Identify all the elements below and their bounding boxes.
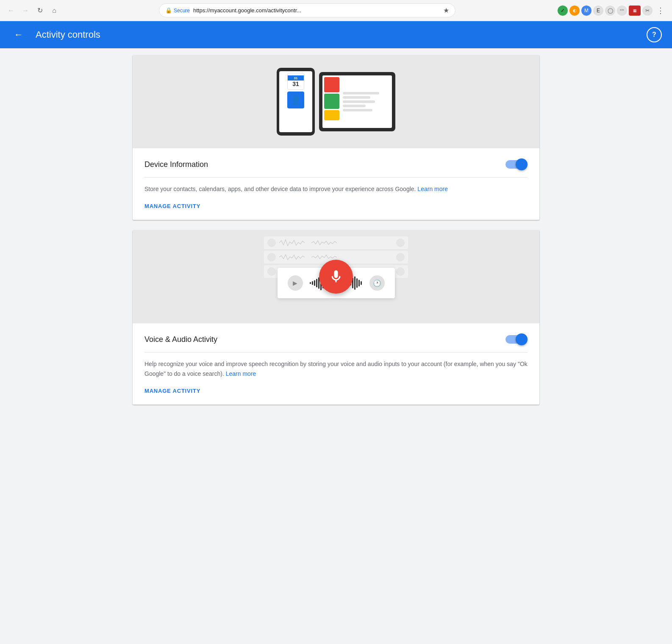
tablet-line-2 xyxy=(343,96,370,99)
voice-card-content: Voice & Audio Activity Help recognize yo… xyxy=(133,323,539,405)
device-card-title: Device Information xyxy=(144,160,208,169)
voice-toggle[interactable] xyxy=(505,333,528,345)
tablet-line-3 xyxy=(343,100,375,103)
tablet-screen xyxy=(322,75,392,128)
nav-buttons: ← → ↻ ⌂ xyxy=(5,5,60,17)
tablet-line-1 xyxy=(343,92,379,94)
ext-icon-8[interactable]: ✂ xyxy=(642,6,653,16)
svg-rect-22 xyxy=(356,278,358,288)
device-illustration: 31 31 👤 xyxy=(277,68,395,136)
tablet-app-green xyxy=(324,94,339,109)
bg-waveform-3 xyxy=(279,253,305,261)
app-header: ← Activity controls ? xyxy=(0,21,672,48)
phone-mockup: 31 31 👤 xyxy=(277,68,315,136)
svg-rect-23 xyxy=(358,280,360,287)
bg-waveform-1 xyxy=(279,239,305,247)
device-toggle[interactable] xyxy=(505,158,528,170)
phone-app-row: 31 31 xyxy=(281,73,311,90)
device-divider xyxy=(144,177,528,178)
bookmark-button[interactable]: ★ xyxy=(443,6,449,14)
device-illustration-container: 31 31 👤 xyxy=(133,55,539,148)
device-learn-more[interactable]: Learn more xyxy=(417,186,448,192)
microphone-icon xyxy=(328,269,344,284)
back-button[interactable]: ← xyxy=(5,5,17,17)
ext-icon-7[interactable]: ▦ xyxy=(629,6,641,16)
voice-learn-more[interactable]: Learn more xyxy=(226,370,256,377)
device-manage-activity-button[interactable]: MANAGE ACTIVITY xyxy=(144,203,200,209)
ext-icon-1[interactable]: ✓ xyxy=(558,6,568,16)
voice-audio-card: ▶ 🕐 Voice & Audio xyxy=(133,230,539,405)
voice-manage-activity-button[interactable]: MANAGE ACTIVITY xyxy=(144,388,200,394)
svg-rect-0 xyxy=(310,282,311,284)
svg-rect-21 xyxy=(354,277,355,290)
voice-description: Help recognize your voice and improve sp… xyxy=(144,359,528,378)
person-icon: 👤 xyxy=(287,92,304,108)
device-information-card: 31 31 👤 xyxy=(133,55,539,220)
tablet-app-yellow xyxy=(324,110,339,120)
home-button[interactable]: ⌂ xyxy=(48,5,60,17)
svg-rect-1 xyxy=(312,281,313,285)
ext-icon-2[interactable]: ◐ xyxy=(569,6,580,16)
play-button-icon: ▶ xyxy=(288,275,303,291)
tablet-line-4 xyxy=(343,105,366,107)
url-text: https://myaccount.google.com/activitycon… xyxy=(193,7,440,14)
voice-toggle-thumb xyxy=(516,333,528,345)
svg-rect-3 xyxy=(316,279,317,287)
page-title: Activity controls xyxy=(36,29,100,40)
secure-badge: 🔒 Secure xyxy=(165,7,190,14)
voice-illustration-container: ▶ 🕐 xyxy=(133,230,539,323)
svg-rect-24 xyxy=(361,281,362,285)
help-button[interactable]: ? xyxy=(647,27,662,42)
main-content: 31 31 👤 xyxy=(0,48,672,422)
address-bar[interactable]: 🔒 Secure https://myaccount.google.com/ac… xyxy=(159,3,455,17)
tablet-apps xyxy=(324,77,339,126)
browser-toolbar: ← → ↻ ⌂ 🔒 Secure https://myaccount.googl… xyxy=(0,0,672,21)
bg-waveform-2 xyxy=(311,239,337,247)
browser-extensions: ✓ ◐ M E ◯ *** ▦ ✂ ⋮ xyxy=(558,4,667,17)
lock-icon: 🔒 xyxy=(165,7,172,14)
tablet-line-5 xyxy=(343,109,372,111)
browser-chrome: ← → ↻ ⌂ 🔒 Secure https://myaccount.googl… xyxy=(0,0,672,21)
forward-button[interactable]: → xyxy=(19,5,31,17)
ext-icon-3[interactable]: M xyxy=(581,6,591,16)
refresh-button[interactable]: ↻ xyxy=(34,5,46,17)
phone-person-row: 👤 xyxy=(281,92,311,108)
clock-icon: 🕐 xyxy=(369,275,385,291)
calendar-icon: 31 31 xyxy=(287,73,304,90)
voice-header-row: Voice & Audio Activity xyxy=(144,333,528,345)
microphone-fab xyxy=(319,260,353,294)
browser-menu-button[interactable]: ⋮ xyxy=(654,4,667,17)
secure-label: Secure xyxy=(174,8,190,14)
tablet-mockup xyxy=(319,72,395,131)
voice-illustration: ▶ 🕐 xyxy=(133,230,539,323)
ext-icon-4[interactable]: E xyxy=(593,6,603,16)
ext-icon-6[interactable]: *** xyxy=(617,6,627,16)
device-toggle-thumb xyxy=(516,158,528,170)
tablet-content xyxy=(341,77,390,126)
svg-rect-2 xyxy=(314,280,315,286)
card-container: 31 31 👤 xyxy=(133,48,539,422)
bg-card-1 xyxy=(264,236,408,249)
phone-screen: 31 31 👤 xyxy=(279,71,312,132)
ext-icon-5[interactable]: ◯ xyxy=(605,6,615,16)
device-description: Store your contacts, calendars, apps, an… xyxy=(144,184,528,194)
device-header-row: Device Information xyxy=(144,158,528,170)
voice-card-title: Voice & Audio Activity xyxy=(144,335,217,344)
tablet-app-red xyxy=(324,77,339,92)
voice-divider xyxy=(144,352,528,353)
app-back-button[interactable]: ← xyxy=(10,26,27,43)
device-card-content: Device Information Store your contacts, … xyxy=(133,148,539,220)
